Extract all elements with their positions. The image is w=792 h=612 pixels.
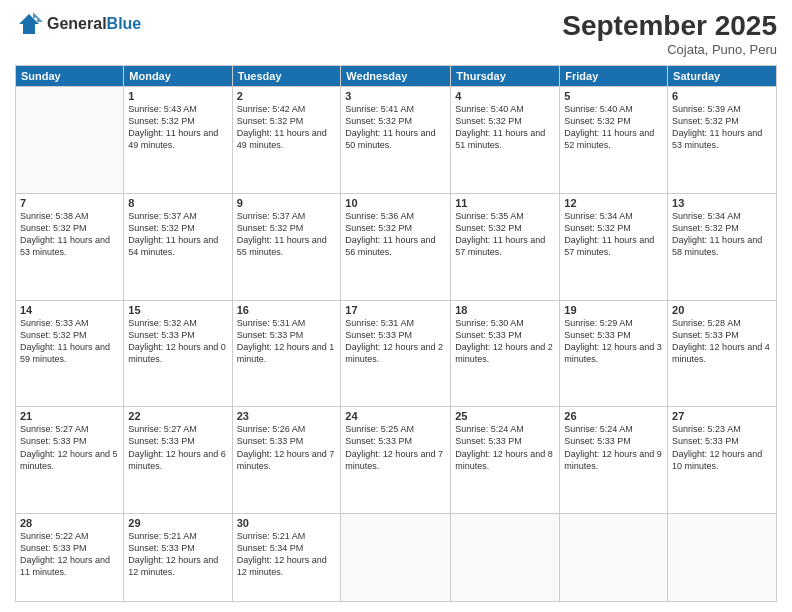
table-row: 2Sunrise: 5:42 AM Sunset: 5:32 PM Daylig… [232, 87, 341, 194]
cell-info: Sunrise: 5:41 AM Sunset: 5:32 PM Dayligh… [345, 103, 446, 152]
table-row: 6Sunrise: 5:39 AM Sunset: 5:32 PM Daylig… [668, 87, 777, 194]
table-row: 4Sunrise: 5:40 AM Sunset: 5:32 PM Daylig… [451, 87, 560, 194]
cell-info: Sunrise: 5:21 AM Sunset: 5:34 PM Dayligh… [237, 530, 337, 579]
day-number: 2 [237, 90, 337, 102]
cell-info: Sunrise: 5:23 AM Sunset: 5:33 PM Dayligh… [672, 423, 772, 472]
table-row: 14Sunrise: 5:33 AM Sunset: 5:32 PM Dayli… [16, 300, 124, 407]
table-row: 10Sunrise: 5:36 AM Sunset: 5:32 PM Dayli… [341, 193, 451, 300]
title-block: September 2025 Cojata, Puno, Peru [562, 10, 777, 57]
col-thursday: Thursday [451, 66, 560, 87]
day-number: 7 [20, 197, 119, 209]
table-row: 18Sunrise: 5:30 AM Sunset: 5:33 PM Dayli… [451, 300, 560, 407]
table-row: 1Sunrise: 5:43 AM Sunset: 5:32 PM Daylig… [124, 87, 232, 194]
col-sunday: Sunday [16, 66, 124, 87]
day-number: 11 [455, 197, 555, 209]
day-number: 17 [345, 304, 446, 316]
day-number: 21 [20, 410, 119, 422]
logo-general: General [47, 15, 107, 32]
cell-info: Sunrise: 5:22 AM Sunset: 5:33 PM Dayligh… [20, 530, 119, 579]
cell-info: Sunrise: 5:33 AM Sunset: 5:32 PM Dayligh… [20, 317, 119, 366]
day-number: 22 [128, 410, 227, 422]
day-number: 12 [564, 197, 663, 209]
logo-blue: Blue [107, 15, 142, 32]
day-number: 1 [128, 90, 227, 102]
table-row [560, 514, 668, 602]
cell-info: Sunrise: 5:39 AM Sunset: 5:32 PM Dayligh… [672, 103, 772, 152]
table-row: 24Sunrise: 5:25 AM Sunset: 5:33 PM Dayli… [341, 407, 451, 514]
day-number: 26 [564, 410, 663, 422]
cell-info: Sunrise: 5:36 AM Sunset: 5:32 PM Dayligh… [345, 210, 446, 259]
table-row [341, 514, 451, 602]
table-row: 9Sunrise: 5:37 AM Sunset: 5:32 PM Daylig… [232, 193, 341, 300]
day-number: 4 [455, 90, 555, 102]
day-number: 6 [672, 90, 772, 102]
table-row: 3Sunrise: 5:41 AM Sunset: 5:32 PM Daylig… [341, 87, 451, 194]
table-row [668, 514, 777, 602]
day-number: 20 [672, 304, 772, 316]
day-number: 14 [20, 304, 119, 316]
logo-icon [15, 10, 43, 38]
table-row: 21Sunrise: 5:27 AM Sunset: 5:33 PM Dayli… [16, 407, 124, 514]
col-wednesday: Wednesday [341, 66, 451, 87]
table-row: 13Sunrise: 5:34 AM Sunset: 5:32 PM Dayli… [668, 193, 777, 300]
cell-info: Sunrise: 5:35 AM Sunset: 5:32 PM Dayligh… [455, 210, 555, 259]
day-number: 25 [455, 410, 555, 422]
calendar-week-3: 21Sunrise: 5:27 AM Sunset: 5:33 PM Dayli… [16, 407, 777, 514]
calendar-table: Sunday Monday Tuesday Wednesday Thursday… [15, 65, 777, 602]
logo-text: GeneralBlue [47, 15, 141, 33]
page: GeneralBlue September 2025 Cojata, Puno,… [0, 0, 792, 612]
col-friday: Friday [560, 66, 668, 87]
calendar-week-4: 28Sunrise: 5:22 AM Sunset: 5:33 PM Dayli… [16, 514, 777, 602]
cell-info: Sunrise: 5:37 AM Sunset: 5:32 PM Dayligh… [128, 210, 227, 259]
day-number: 24 [345, 410, 446, 422]
cell-info: Sunrise: 5:40 AM Sunset: 5:32 PM Dayligh… [564, 103, 663, 152]
table-row: 23Sunrise: 5:26 AM Sunset: 5:33 PM Dayli… [232, 407, 341, 514]
month-title: September 2025 [562, 10, 777, 42]
calendar-week-0: 1Sunrise: 5:43 AM Sunset: 5:32 PM Daylig… [16, 87, 777, 194]
table-row: 5Sunrise: 5:40 AM Sunset: 5:32 PM Daylig… [560, 87, 668, 194]
calendar-week-1: 7Sunrise: 5:38 AM Sunset: 5:32 PM Daylig… [16, 193, 777, 300]
day-number: 19 [564, 304, 663, 316]
day-number: 28 [20, 517, 119, 529]
cell-info: Sunrise: 5:34 AM Sunset: 5:32 PM Dayligh… [564, 210, 663, 259]
col-saturday: Saturday [668, 66, 777, 87]
day-number: 15 [128, 304, 227, 316]
cell-info: Sunrise: 5:27 AM Sunset: 5:33 PM Dayligh… [128, 423, 227, 472]
table-row: 29Sunrise: 5:21 AM Sunset: 5:33 PM Dayli… [124, 514, 232, 602]
day-number: 13 [672, 197, 772, 209]
table-row: 25Sunrise: 5:24 AM Sunset: 5:33 PM Dayli… [451, 407, 560, 514]
cell-info: Sunrise: 5:24 AM Sunset: 5:33 PM Dayligh… [455, 423, 555, 472]
day-number: 8 [128, 197, 227, 209]
day-number: 9 [237, 197, 337, 209]
cell-info: Sunrise: 5:34 AM Sunset: 5:32 PM Dayligh… [672, 210, 772, 259]
cell-info: Sunrise: 5:38 AM Sunset: 5:32 PM Dayligh… [20, 210, 119, 259]
cell-info: Sunrise: 5:21 AM Sunset: 5:33 PM Dayligh… [128, 530, 227, 579]
table-row: 17Sunrise: 5:31 AM Sunset: 5:33 PM Dayli… [341, 300, 451, 407]
day-number: 3 [345, 90, 446, 102]
calendar-week-2: 14Sunrise: 5:33 AM Sunset: 5:32 PM Dayli… [16, 300, 777, 407]
cell-info: Sunrise: 5:31 AM Sunset: 5:33 PM Dayligh… [345, 317, 446, 366]
cell-info: Sunrise: 5:25 AM Sunset: 5:33 PM Dayligh… [345, 423, 446, 472]
cell-info: Sunrise: 5:40 AM Sunset: 5:32 PM Dayligh… [455, 103, 555, 152]
cell-info: Sunrise: 5:30 AM Sunset: 5:33 PM Dayligh… [455, 317, 555, 366]
calendar-header-row: Sunday Monday Tuesday Wednesday Thursday… [16, 66, 777, 87]
cell-info: Sunrise: 5:42 AM Sunset: 5:32 PM Dayligh… [237, 103, 337, 152]
day-number: 16 [237, 304, 337, 316]
col-tuesday: Tuesday [232, 66, 341, 87]
day-number: 5 [564, 90, 663, 102]
cell-info: Sunrise: 5:24 AM Sunset: 5:33 PM Dayligh… [564, 423, 663, 472]
cell-info: Sunrise: 5:37 AM Sunset: 5:32 PM Dayligh… [237, 210, 337, 259]
table-row [451, 514, 560, 602]
cell-info: Sunrise: 5:32 AM Sunset: 5:33 PM Dayligh… [128, 317, 227, 366]
col-monday: Monday [124, 66, 232, 87]
day-number: 27 [672, 410, 772, 422]
table-row: 26Sunrise: 5:24 AM Sunset: 5:33 PM Dayli… [560, 407, 668, 514]
table-row: 11Sunrise: 5:35 AM Sunset: 5:32 PM Dayli… [451, 193, 560, 300]
table-row: 12Sunrise: 5:34 AM Sunset: 5:32 PM Dayli… [560, 193, 668, 300]
cell-info: Sunrise: 5:28 AM Sunset: 5:33 PM Dayligh… [672, 317, 772, 366]
location-subtitle: Cojata, Puno, Peru [562, 42, 777, 57]
cell-info: Sunrise: 5:26 AM Sunset: 5:33 PM Dayligh… [237, 423, 337, 472]
table-row: 27Sunrise: 5:23 AM Sunset: 5:33 PM Dayli… [668, 407, 777, 514]
header: GeneralBlue September 2025 Cojata, Puno,… [15, 10, 777, 57]
table-row: 15Sunrise: 5:32 AM Sunset: 5:33 PM Dayli… [124, 300, 232, 407]
